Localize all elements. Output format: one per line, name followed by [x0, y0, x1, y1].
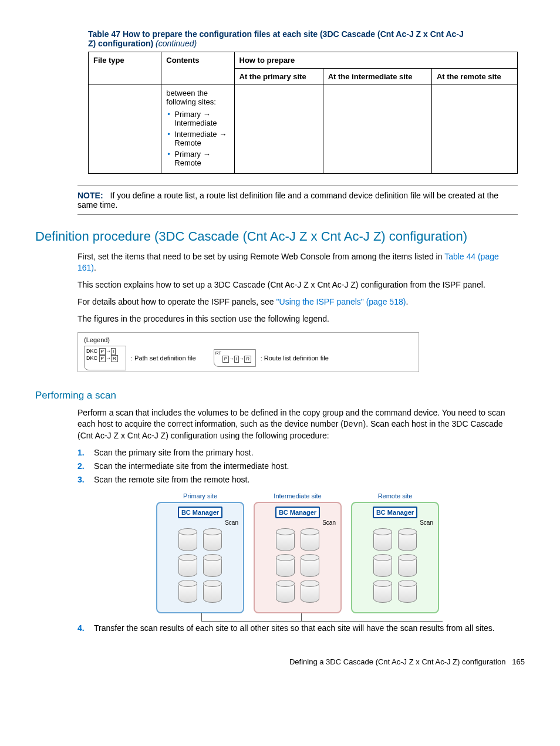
bc-manager-label: BC Manager — [275, 507, 320, 518]
th-at-intermediate: At the intermediate site — [323, 69, 431, 85]
scan-diagram: Primary site BC Manager Scan Intermediat… — [77, 492, 518, 613]
primary-site-label: Primary site — [156, 492, 244, 499]
legend-routelist: P→I→R : Route list definition file — [214, 349, 329, 367]
volume-icon — [398, 582, 417, 603]
steps-list-cont: 4.Transfer the scan results of each site… — [77, 623, 518, 634]
volume-icon — [398, 530, 417, 551]
table-title-text: Table 47 How to prepare the configuratio… — [88, 29, 464, 48]
cell-contents: between the following sites: Primary → I… — [161, 85, 234, 174]
paragraph: This section explains how to set up a 3D… — [77, 279, 518, 291]
table-continued: (continued) — [156, 39, 197, 48]
volume-icon — [203, 556, 222, 577]
paragraph: First, set the items that need to be set… — [77, 251, 518, 274]
note-text: If you define a route list, a route list… — [77, 191, 498, 210]
legend-pathset: DKC P→I DKC P→R : Path set definition fi… — [84, 346, 196, 370]
th-contents: Contents — [161, 52, 234, 85]
volume-icon — [276, 556, 295, 577]
link-ispf-panels[interactable]: "Using the ISPF panels" (page 518) — [276, 297, 406, 306]
intermediate-site-col: Intermediate site BC Manager Scan — [254, 492, 342, 613]
volume-icon — [301, 582, 319, 603]
volume-icon — [276, 582, 295, 603]
pathset-file-icon: DKC P→I DKC P→R — [84, 346, 126, 370]
paragraph: Perform a scan that includes the volumes… — [77, 407, 518, 441]
volume-icon — [276, 530, 295, 551]
volume-icon — [398, 556, 417, 577]
volume-icon — [373, 582, 392, 603]
subsection-heading: Performing a scan — [35, 390, 525, 401]
paragraph: The figures in the procedures in this se… — [77, 313, 518, 325]
contents-intro: between the following sites: — [166, 89, 216, 106]
step-item: 3.Scan the remote site from the remote h… — [77, 474, 518, 485]
volume-icon — [301, 556, 319, 577]
scan-label: Scan — [225, 519, 238, 526]
volume-icon — [301, 530, 319, 551]
intermediate-site-box: BC Manager Scan — [254, 502, 342, 613]
step-item: 1.Scan the primary site from the primary… — [77, 447, 518, 458]
scan-label: Scan — [420, 519, 433, 526]
th-at-remote: At the remote site — [431, 69, 517, 85]
volume-icon — [178, 582, 197, 603]
step-item: 4.Transfer the scan results of each site… — [77, 623, 518, 634]
note-label: NOTE: — [77, 191, 103, 200]
volume-icon — [178, 556, 197, 577]
contents-bullet: Intermediate → Remote — [166, 130, 229, 147]
table-row: between the following sites: Primary → I… — [89, 85, 518, 174]
bc-manager-label: BC Manager — [373, 507, 417, 518]
legend-box: (Legend) DKC P→I DKC P→R : Path set defi… — [77, 332, 419, 372]
config-table: File type Contents How to prepare At the… — [88, 52, 518, 174]
code-devn: Devn — [343, 420, 363, 429]
legend-title: (Legend) — [84, 336, 413, 343]
note-block: NOTE:If you define a route list, a route… — [77, 185, 518, 215]
contents-bullet: Primary → Intermediate — [166, 110, 229, 127]
routelist-file-icon: P→I→R — [214, 349, 256, 367]
scan-label: Scan — [322, 519, 336, 526]
remote-site-col: Remote site BC Manager Scan — [351, 492, 439, 613]
remote-site-box: BC Manager Scan — [351, 502, 439, 613]
primary-site-col: Primary site BC Manager Scan — [156, 492, 244, 613]
page-number: 165 — [512, 657, 525, 666]
primary-site-box: BC Manager Scan — [156, 502, 244, 613]
volume-icon — [373, 530, 392, 551]
th-file-type: File type — [89, 52, 161, 85]
volume-icon — [203, 530, 222, 551]
remote-site-label: Remote site — [351, 492, 439, 499]
contents-bullet: Primary → Remote — [166, 150, 229, 167]
th-at-primary: At the primary site — [234, 69, 323, 85]
table-caption: Table 47 How to prepare the configuratio… — [35, 29, 525, 48]
th-how-prepare: How to prepare — [234, 52, 517, 69]
paragraph: For details about how to operate the ISP… — [77, 296, 518, 308]
section-heading: Definition procedure (3DC Cascade (Cnt A… — [35, 229, 525, 244]
steps-list: 1.Scan the primary site from the primary… — [77, 447, 518, 485]
legend-pathset-label: : Path set definition file — [131, 355, 196, 362]
volume-icon — [203, 582, 222, 603]
volume-icon — [373, 556, 392, 577]
legend-routelist-label: : Route list definition file — [261, 355, 329, 362]
page-footer: Defining a 3DC Cascade (Cnt Ac-J Z x Cnt… — [35, 657, 525, 666]
volume-icon — [178, 530, 197, 551]
bc-manager-label: BC Manager — [178, 507, 222, 518]
footer-text: Defining a 3DC Cascade (Cnt Ac-J Z x Cnt… — [289, 657, 505, 666]
step-item: 2.Scan the intermediate site from the in… — [77, 461, 518, 472]
intermediate-site-label: Intermediate site — [254, 492, 342, 499]
